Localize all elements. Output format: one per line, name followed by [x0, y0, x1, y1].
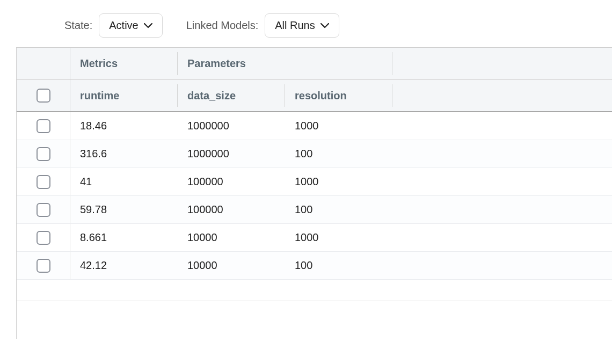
row-checkbox[interactable]: [37, 119, 50, 133]
state-filter-dropdown[interactable]: Active: [99, 13, 162, 38]
table-row: 42.12 10000 100: [17, 252, 612, 280]
cell-runtime: 8.661: [80, 231, 107, 244]
state-filter-label: State:: [64, 19, 92, 32]
runs-table: Metrics Parameters runtime data_size res…: [16, 47, 612, 339]
cell-data-size: 10000: [187, 231, 217, 244]
cell-resolution: 100: [295, 148, 312, 160]
checkbox-header-spacer: [17, 48, 70, 79]
state-filter-value: Active: [109, 19, 138, 32]
chevron-down-icon: [144, 23, 152, 28]
column-group-parameters: Parameters: [178, 48, 392, 79]
cell-data-size: 1000000: [187, 120, 229, 132]
table-column-header: runtime data_size resolution: [17, 80, 612, 112]
cell-data-size: 100000: [187, 176, 223, 188]
table-row: 41 100000 1000: [17, 168, 612, 196]
cell-resolution: 1000: [295, 176, 319, 188]
cell-runtime: 41: [80, 176, 92, 188]
column-group-metrics: Metrics: [70, 48, 178, 79]
cell-runtime: 316.6: [80, 148, 107, 160]
cell-runtime: 59.78: [80, 203, 107, 216]
column-header-resolution[interactable]: resolution: [285, 80, 392, 111]
linked-models-filter-dropdown[interactable]: All Runs: [265, 13, 339, 38]
cell-data-size: 10000: [187, 259, 217, 272]
row-checkbox[interactable]: [37, 203, 50, 217]
select-all-cell: [17, 80, 70, 111]
table-footer-space: [17, 301, 612, 339]
table-empty-strip: [17, 280, 612, 301]
cell-data-size: 100000: [187, 203, 223, 216]
cell-resolution: 1000: [295, 231, 319, 244]
row-checkbox[interactable]: [37, 175, 50, 189]
linked-models-filter-value: All Runs: [275, 19, 315, 32]
row-checkbox[interactable]: [37, 147, 50, 161]
table-group-header: Metrics Parameters: [17, 48, 612, 80]
select-all-checkbox[interactable]: [37, 89, 50, 103]
row-checkbox[interactable]: [37, 231, 50, 245]
row-checkbox[interactable]: [37, 259, 50, 273]
cell-resolution: 100: [295, 203, 312, 216]
column-header-data-size[interactable]: data_size: [178, 80, 285, 111]
table-body: 18.46 1000000 1000 316.6 1000000 100 41 …: [17, 112, 612, 280]
table-row: 316.6 1000000 100: [17, 140, 612, 168]
cell-data-size: 1000000: [187, 148, 229, 160]
table-row: 8.661 10000 1000: [17, 224, 612, 252]
table-row: 18.46 1000000 1000: [17, 112, 612, 140]
cell-runtime: 42.12: [80, 259, 107, 272]
cell-resolution: 100: [295, 259, 312, 272]
chevron-down-icon: [320, 23, 329, 28]
filter-bar: State: Active Linked Models: All Runs: [0, 13, 612, 38]
table-row: 59.78 100000 100: [17, 196, 612, 224]
cell-runtime: 18.46: [80, 120, 107, 132]
column-header-runtime[interactable]: runtime: [70, 80, 178, 111]
linked-models-filter-label: Linked Models:: [186, 19, 259, 32]
cell-resolution: 1000: [295, 120, 319, 132]
